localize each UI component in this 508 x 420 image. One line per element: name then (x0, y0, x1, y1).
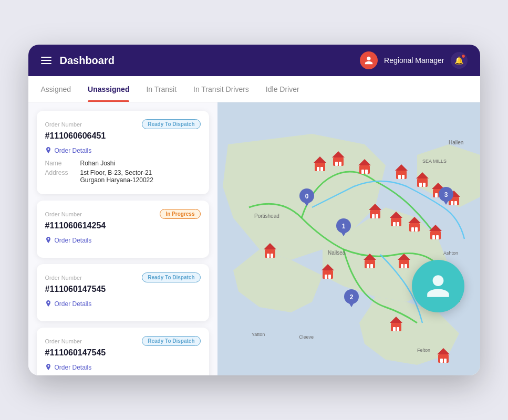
order-number-label-3: Order Number (45, 275, 82, 281)
svg-rect-62 (399, 260, 409, 268)
order-details-section: Order Details Name Rohan Joshi Address 1… (45, 147, 201, 184)
order-card-header: Order Number Ready To Dispatch (45, 119, 201, 129)
svg-rect-10 (333, 158, 344, 166)
svg-rect-37 (376, 214, 378, 218)
svg-rect-53 (271, 254, 273, 258)
svg-rect-36 (372, 214, 375, 218)
tab-idle-driver[interactable]: Idle Driver (266, 76, 299, 102)
svg-rect-58 (365, 260, 375, 268)
order-card-2: Order Number In Progress #111060614254 O… (37, 201, 209, 258)
order-number-4: #111060147545 (45, 348, 201, 358)
svg-rect-54 (323, 270, 333, 279)
svg-rect-60 (367, 264, 369, 268)
name-value: Rohan Joshi (80, 160, 116, 167)
tab-in-transit-drivers[interactable]: In Transit Drivers (193, 76, 249, 102)
svg-rect-21 (402, 175, 405, 179)
order-number-3: #111060147545 (45, 285, 201, 294)
map-area: 0 1 2 (217, 102, 480, 375)
name-label: Name (45, 160, 74, 167)
svg-text:0: 0 (305, 193, 308, 200)
svg-rect-8 (317, 167, 319, 171)
svg-rect-70 (438, 354, 449, 363)
map-background: 0 1 2 (217, 102, 480, 375)
svg-rect-64 (401, 264, 403, 268)
svg-text:Yatton: Yatton (252, 332, 265, 337)
svg-rect-65 (405, 264, 407, 268)
pin-icon-2 (45, 237, 51, 244)
svg-rect-9 (320, 167, 323, 171)
svg-text:Nailsea: Nailsea (328, 250, 346, 256)
order-card-4: Order Number Ready To Dispatch #11106014… (37, 328, 209, 375)
hamburger-icon[interactable] (41, 57, 51, 64)
detail-name-row: Name Rohan Joshi (45, 160, 201, 167)
detail-address-row: Address 1st Floor, B-23, Sector-21Gurgao… (45, 169, 201, 184)
pin-icon-4 (45, 364, 51, 371)
svg-rect-57 (328, 275, 331, 279)
order-badge-inprogress: In Progress (160, 209, 200, 219)
svg-rect-50 (265, 249, 275, 258)
svg-rect-16 (361, 170, 364, 174)
svg-rect-42 (409, 223, 420, 232)
svg-rect-56 (325, 275, 327, 279)
order-badge-ready-4: Ready To Dispatch (142, 336, 200, 346)
svg-rect-68 (393, 327, 396, 331)
map-svg: 0 1 2 (217, 102, 480, 375)
tabs-bar: Assigned Unassigned In Transit In Transi… (28, 76, 480, 102)
order-card-header-4: Order Number Ready To Dispatch (45, 336, 201, 346)
svg-rect-40 (393, 222, 396, 226)
svg-rect-49 (436, 235, 439, 239)
svg-rect-45 (415, 227, 418, 232)
svg-text:2: 2 (349, 293, 353, 301)
svg-rect-6 (315, 163, 325, 171)
svg-rect-52 (267, 254, 269, 258)
svg-rect-18 (396, 171, 407, 179)
map-driver-avatar (412, 260, 464, 312)
header: Dashboard Regional Manager 🔔 (28, 45, 480, 76)
svg-text:Portishead: Portishead (254, 213, 279, 219)
order-details-link-4[interactable]: Order Details (45, 364, 201, 371)
order-card-3: Order Number Ready To Dispatch #11106014… (37, 264, 209, 321)
svg-rect-24 (419, 183, 422, 187)
svg-text:Ashton: Ashton (443, 250, 458, 256)
svg-rect-34 (370, 210, 380, 218)
svg-text:Hallen: Hallen (449, 140, 463, 145)
svg-rect-13 (339, 162, 341, 166)
header-right: Regional Manager 🔔 (360, 51, 467, 69)
svg-rect-44 (411, 227, 414, 232)
order-details-link[interactable]: Order Details (45, 147, 201, 154)
bell-icon[interactable]: 🔔 (451, 52, 468, 69)
person-icon (424, 272, 452, 300)
header-left: Dashboard (41, 55, 115, 67)
content-area: Order Number Ready To Dispatch #11106060… (28, 102, 480, 375)
app-container: Dashboard Regional Manager 🔔 Assigned Un… (28, 45, 480, 375)
address-label: Address (45, 169, 74, 184)
user-name: Regional Manager (384, 56, 444, 65)
svg-text:Cleeve: Cleeve (299, 334, 314, 340)
orders-panel: Order Number Ready To Dispatch #11106060… (28, 102, 217, 375)
svg-text:SEA MILLS: SEA MILLS (422, 159, 447, 164)
tab-in-transit[interactable]: In Transit (146, 76, 177, 102)
order-details-link-2[interactable]: Order Details (45, 237, 201, 244)
tab-assigned[interactable]: Assigned (41, 76, 71, 102)
order-number-label: Order Number (45, 121, 82, 128)
svg-rect-72 (440, 359, 443, 363)
svg-rect-17 (365, 170, 368, 174)
order-badge-ready: Ready To Dispatch (142, 119, 200, 129)
order-details-link-3[interactable]: Order Details (45, 300, 201, 308)
svg-text:1: 1 (341, 223, 345, 230)
order-card-1: Order Number Ready To Dispatch #11106060… (37, 111, 209, 194)
svg-text:3: 3 (444, 191, 448, 198)
header-title: Dashboard (60, 55, 115, 67)
order-card-header-2: Order Number In Progress (45, 209, 201, 219)
svg-rect-20 (398, 175, 401, 179)
pin-icon (45, 147, 51, 154)
order-card-header-3: Order Number Ready To Dispatch (45, 272, 201, 282)
tab-unassigned[interactable]: Unassigned (88, 76, 129, 102)
svg-rect-12 (335, 162, 338, 166)
svg-rect-41 (397, 222, 399, 226)
svg-rect-66 (391, 323, 401, 331)
svg-rect-46 (430, 231, 441, 239)
order-number: #111060606451 (45, 131, 201, 141)
order-number-2: #111060614254 (45, 221, 201, 230)
svg-rect-48 (432, 235, 435, 239)
